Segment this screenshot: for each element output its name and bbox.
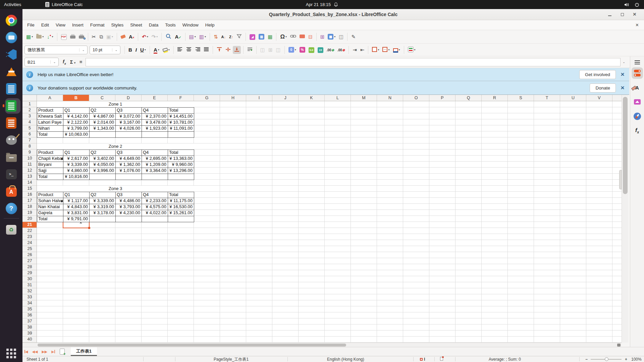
conditional-formatting-button[interactable]: ▾ (407, 46, 417, 54)
clone-formatting-button[interactable] (119, 33, 127, 40)
cell-D20[interactable] (116, 216, 142, 222)
borders-button[interactable]: ▾ (371, 46, 380, 54)
cell-D19[interactable]: ¥ 4,230.00 (116, 210, 142, 216)
language-label[interactable]: English (Hong Kong) (327, 357, 364, 362)
cell-F13[interactable] (168, 174, 194, 180)
sheet-tab-active[interactable]: 工作表1 (71, 347, 97, 356)
cell-C6[interactable] (90, 132, 116, 138)
last-sheet-icon[interactable]: ▶ (49, 350, 57, 354)
insert-column-button[interactable]: ▥▾ (198, 33, 207, 41)
align-center-button[interactable] (185, 46, 193, 54)
zoom-level-label[interactable]: 100% (631, 357, 642, 362)
merge-center-button[interactable]: ◫ (259, 46, 266, 54)
column-header-A[interactable]: A (37, 95, 63, 101)
cell-C11[interactable]: ¥ 4,050.00 (90, 162, 116, 168)
row-header-25[interactable]: 25 (22, 246, 37, 252)
print-button[interactable] (69, 33, 77, 41)
cell-C2[interactable]: Q2 (90, 108, 116, 114)
cell-D3[interactable]: ¥ 3,072.00 (116, 114, 142, 120)
cell-E2[interactable]: Q4 (142, 108, 168, 114)
cell-E11[interactable]: ¥ 1,209.00 (142, 162, 168, 168)
column-header-G[interactable]: G (194, 95, 220, 101)
spreadsheet-grid[interactable]: Zone 1ProductQ1Q2Q3Q4TotalKhewra Salt¥ 4… (37, 101, 622, 343)
row-header-17[interactable]: 17 (22, 198, 37, 204)
cell-C12[interactable]: ¥ 3,996.00 (90, 168, 116, 174)
row-header-37[interactable]: 37 (22, 318, 37, 324)
window-titlebar[interactable]: Quarterly_Product_Sales_by_Zone.xlsx - L… (22, 9, 644, 20)
row-header-7[interactable]: 7 (22, 137, 37, 143)
cell-F3[interactable]: ¥ 14,451.00 (168, 114, 194, 120)
column-header-Q[interactable]: Q (455, 95, 482, 101)
cell-F5[interactable]: ¥ 11,091.00 (168, 126, 194, 132)
format-number-button[interactable]: 0.0 (307, 46, 316, 54)
cell-C13[interactable] (90, 174, 116, 180)
insert-chart-button[interactable]: ▥ (257, 33, 266, 41)
align-right-button[interactable] (194, 46, 202, 54)
font-size-combobox[interactable]: 10 pt ⌄ (90, 46, 120, 54)
redo-button[interactable]: ↷▾ (150, 33, 159, 41)
cell-D18[interactable]: ¥ 3,793.00 (116, 204, 142, 210)
draw-functions-button[interactable]: ✎ (350, 33, 357, 41)
dock-item-chrome[interactable] (2, 12, 21, 29)
cell-E16[interactable]: Q4 (142, 192, 168, 198)
cell-F9[interactable]: Total (168, 150, 194, 156)
column-header-N[interactable]: N (377, 95, 403, 101)
row-header-36[interactable]: 36 (22, 312, 37, 318)
document-modified-icon[interactable] (440, 357, 443, 362)
wrap-text-button[interactable] (246, 46, 254, 54)
clock-menu[interactable]: Apr 21 18:15 (0, 2, 644, 7)
cell-E4[interactable]: ¥ 3,478.00 (142, 120, 168, 126)
menu-insert[interactable]: Insert (69, 21, 87, 29)
cell-C18[interactable]: ¥ 3,319.00 (90, 204, 116, 210)
cell-F16[interactable]: Total (168, 192, 194, 198)
cell-B13[interactable]: ¥ 10,816.00 (63, 174, 90, 180)
row-header-30[interactable]: 30 (22, 276, 37, 282)
cell-C10[interactable]: ¥ 3,402.00 (90, 156, 116, 162)
cell-A11[interactable]: Biryani (37, 162, 63, 168)
decrease-indent-button[interactable]: ⇤ (359, 46, 366, 54)
zoom-in-button[interactable]: + (625, 357, 627, 362)
undo-button[interactable]: ↶▾ (141, 33, 150, 41)
special-character-button[interactable]: Ω▾ (279, 33, 288, 41)
active-app-menu[interactable]: LibreOffice Calc (45, 2, 83, 7)
column-header-R[interactable]: R (482, 95, 508, 101)
row-header-18[interactable]: 18 (22, 204, 37, 210)
hyperlink-button[interactable] (289, 33, 298, 40)
row-header-5[interactable]: 5 (22, 125, 37, 131)
dock-item-trash[interactable]: ♻ (2, 221, 21, 238)
get-involved-button[interactable]: Get involved (579, 70, 616, 79)
sidebar-tab-navigator[interactable] (632, 111, 643, 122)
column-header-T[interactable]: T (534, 95, 560, 101)
cell-A16[interactable]: Product (37, 192, 63, 198)
zone-title-cell-A8[interactable]: Zone 2 (37, 143, 194, 149)
cell-C16[interactable]: Q2 (90, 192, 116, 198)
cell-C4[interactable]: ¥ 2,014.00 (90, 120, 116, 126)
cell-E9[interactable]: Q4 (142, 150, 168, 156)
menu-window[interactable]: Window (179, 21, 202, 29)
highlight-color-button[interactable]: ▾ (161, 46, 171, 53)
pivot-table-button[interactable]: ▦ (266, 33, 274, 41)
menu-sheet[interactable]: Sheet (127, 21, 145, 29)
cell-D2[interactable]: Q3 (116, 108, 142, 114)
cut-button[interactable]: ✂ (91, 33, 98, 41)
fill-handle[interactable] (88, 227, 90, 229)
cell-A19[interactable]: Gajrela (37, 210, 63, 216)
cell-B18[interactable]: ¥ 4,843.00 (63, 204, 90, 210)
system-tray[interactable] (624, 2, 644, 7)
close-button[interactable]: × (631, 11, 639, 19)
cell-B19[interactable]: ¥ 3,831.00 (63, 210, 90, 216)
cell-A6[interactable]: Total (37, 132, 63, 138)
cell-A5[interactable]: Nihari (37, 126, 63, 132)
column-header-U[interactable]: U (560, 95, 586, 101)
cell-E18[interactable]: ¥ 4,575.00 (142, 204, 168, 210)
insert-mode-indicator[interactable]: I (420, 357, 425, 362)
hide-sidebar-handle[interactable] (619, 170, 622, 189)
row-header-6[interactable]: 6 (22, 131, 37, 137)
cell-E12[interactable]: ¥ 3,364.00 (142, 168, 168, 174)
format-percent-button[interactable]: % (298, 46, 307, 54)
new-document-button[interactable]: ▦▾ (25, 33, 34, 41)
format-date-button[interactable]: 15 (316, 46, 325, 54)
cell-A4[interactable]: Lahori Paye (37, 120, 63, 126)
open-button[interactable]: ▾ (35, 33, 45, 41)
autosum-button[interactable]: Σ ▾ (68, 59, 77, 65)
